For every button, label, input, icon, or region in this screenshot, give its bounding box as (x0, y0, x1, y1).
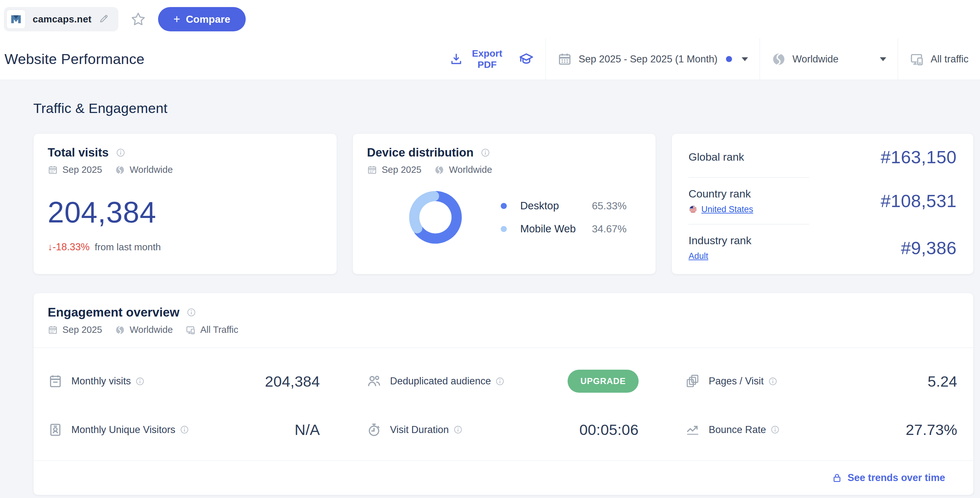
info-icon[interactable] (453, 425, 463, 434)
metric-label: Pages / Visit (709, 375, 764, 387)
traffic-filter[interactable]: All traffic (898, 38, 980, 80)
card-traffic: All Traffic (200, 325, 239, 335)
see-trends-label: See trends over time (848, 472, 945, 484)
bounce-rate-icon (685, 422, 700, 438)
metric-value: 27.73% (906, 421, 957, 439)
globe-icon (115, 165, 125, 175)
upgrade-button[interactable]: UPGRADE (568, 370, 639, 393)
compare-button[interactable]: + Compare (158, 7, 246, 31)
devices-icon (186, 325, 196, 335)
engagement-metrics-grid: Monthly visits 204,384 Deduplicated audi… (33, 348, 973, 461)
metric-monthly-visits: Monthly visits 204,384 (48, 370, 320, 393)
divider (689, 177, 809, 178)
devices-icon (910, 52, 924, 67)
card-date: Sep 2025 (62, 164, 102, 175)
id-card-icon (48, 422, 63, 438)
country-rank-value: #108,531 (880, 191, 957, 211)
country-filter-label: Worldwide (792, 53, 838, 65)
export-pdf-button[interactable]: Export PDF (440, 38, 515, 80)
lock-icon (832, 473, 842, 483)
globe-icon (115, 325, 125, 335)
plus-icon: + (173, 13, 180, 25)
industry-rank-row: Industry rank Adult #9,386 (689, 234, 957, 261)
global-rank-label: Global rank (689, 151, 744, 163)
legend-row-mobile: Mobile Web 34.67% (501, 223, 627, 235)
traffic-filter-label: All traffic (931, 53, 969, 65)
chevron-down-icon (741, 57, 748, 61)
industry-rank-link[interactable]: Adult (689, 251, 708, 261)
notification-dot (726, 56, 732, 62)
metric-value: 5.24 (928, 372, 957, 390)
academy-icon[interactable] (515, 38, 546, 80)
legend-value: 65.33% (592, 200, 627, 212)
globe-icon (772, 52, 786, 67)
total-visits-card: Total visits Sep 2025 Worldwide 204,384 … (33, 134, 337, 274)
metric-label: Visit Duration (390, 424, 449, 436)
country-rank-row: Country rank United States (689, 188, 957, 215)
engagement-overview-card: Engagement overview Sep 2025 Worldwide (33, 293, 974, 495)
country-rank-label: Country rank (689, 188, 753, 200)
favorite-star-icon[interactable] (130, 11, 146, 27)
global-rank-value: #163,150 (880, 146, 957, 167)
total-visits-value: 204,384 (48, 196, 323, 229)
device-distribution-title: Device distribution (367, 146, 474, 159)
calendar-icon (48, 165, 58, 175)
total-visits-title: Total visits (48, 146, 109, 159)
donut-mobile-segment (414, 196, 434, 228)
stopwatch-icon (366, 422, 382, 438)
global-rank-row: Global rank #163,150 (689, 146, 957, 167)
desktop-dot-icon (501, 203, 507, 209)
legend-value: 34.67% (592, 223, 627, 235)
card-scope: Worldwide (449, 164, 492, 175)
card-date: Sep 2025 (62, 325, 102, 335)
info-icon[interactable] (186, 307, 196, 317)
info-icon[interactable] (768, 377, 778, 386)
summary-cards-row: Total visits Sep 2025 Worldwide 204,384 … (33, 134, 974, 274)
country-rank-link[interactable]: United States (701, 205, 753, 215)
calendar-icon (48, 374, 63, 389)
industry-rank-label: Industry rank (689, 234, 752, 247)
export-pdf-label: Export PDF (468, 48, 506, 70)
legend-row-desktop: Desktop 65.33% (501, 200, 627, 212)
legend-label: Desktop (520, 200, 583, 212)
metric-label: Deduplicated audience (390, 375, 491, 387)
pages-icon (685, 374, 700, 389)
chevron-down-icon (880, 57, 886, 61)
metric-pages-per-visit: Pages / Visit 5.24 (685, 370, 957, 393)
page-header: Website Performance Export PDF (0, 38, 980, 80)
date-range-label: Sep 2025 - Sep 2025 (1 Month) (579, 53, 718, 65)
edit-domain-icon[interactable] (99, 13, 110, 25)
device-donut-chart (408, 190, 463, 245)
see-trends-link[interactable]: See trends over time (33, 461, 973, 495)
calendar-icon (48, 325, 58, 335)
metric-monthly-unique-visitors: Monthly Unique Visitors N/A (48, 421, 320, 439)
ranks-card: Global rank #163,150 Country rank (671, 134, 974, 274)
date-range-picker[interactable]: Sep 2025 - Sep 2025 (1 Month) (546, 38, 759, 80)
metric-deduplicated-audience: Deduplicated audience UPGRADE (366, 370, 639, 393)
device-distribution-card: Device distribution Sep 2025 Worldwide (353, 134, 656, 274)
metric-label: Bounce Rate (709, 424, 766, 436)
calendar-icon (367, 165, 377, 175)
industry-rank-value: #9,386 (901, 237, 957, 258)
mobile-dot-icon (501, 226, 507, 232)
engagement-header: Engagement overview Sep 2025 Worldwide (33, 293, 973, 348)
device-legend: Desktop 65.33% Mobile Web 34.67% (501, 200, 627, 235)
info-icon[interactable] (495, 377, 504, 386)
card-scope: Worldwide (130, 164, 173, 175)
header-controls: Export PDF Sep 2025 - Sep 2025 (1 Month) (440, 38, 980, 80)
info-icon[interactable] (135, 377, 145, 386)
compare-label: Compare (186, 13, 231, 25)
info-icon[interactable] (180, 425, 189, 434)
page-title: Website Performance (0, 38, 440, 80)
card-date: Sep 2025 (382, 164, 422, 175)
metric-bounce-rate: Bounce Rate 27.73% (685, 421, 957, 439)
country-filter[interactable]: Worldwide (760, 38, 898, 80)
info-icon[interactable] (770, 425, 780, 434)
domain-pill[interactable]: camcaps.net (4, 7, 118, 31)
info-icon[interactable] (480, 148, 490, 158)
us-flag-icon (689, 205, 697, 214)
site-logo-icon (9, 13, 23, 26)
info-icon[interactable] (116, 148, 126, 158)
metric-label: Monthly visits (72, 375, 131, 387)
legend-label: Mobile Web (520, 223, 583, 235)
